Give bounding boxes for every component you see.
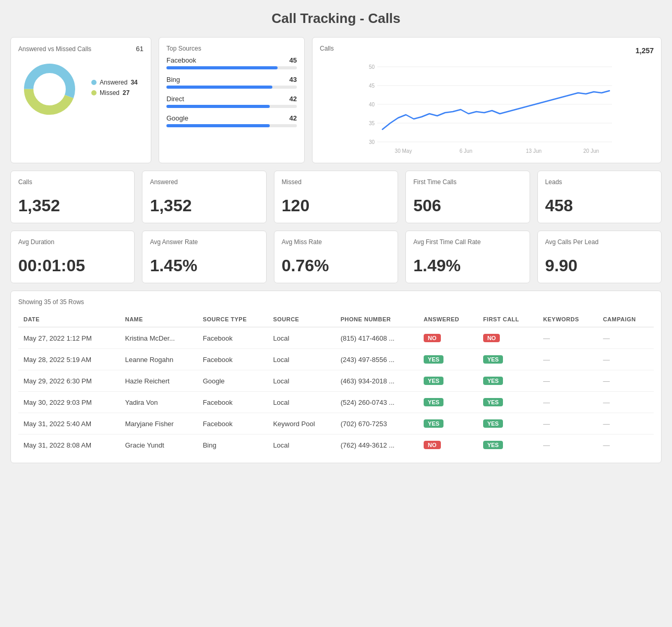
- donut-title: Answered vs Missed Calls: [18, 45, 91, 53]
- source-name: Google: [166, 114, 188, 122]
- svg-text:50: 50: [369, 64, 375, 70]
- cell-source: Local: [268, 435, 335, 456]
- svg-text:45: 45: [369, 83, 375, 89]
- cell-date: May 31, 2022 8:08 AM: [18, 435, 120, 456]
- metric-avg-miss-rate-label: Avg Miss Rate: [282, 238, 390, 246]
- metric-avg-duration-label: Avg Duration: [18, 238, 127, 246]
- cell-phone: (762) 449-3612 ...: [335, 435, 418, 456]
- source-name: Facebook: [166, 56, 196, 64]
- svg-text:40: 40: [369, 102, 375, 107]
- cell-source-type: Google: [198, 370, 268, 392]
- col-campaign: CAMPAIGN: [598, 312, 654, 327]
- sources-title: Top Sources: [166, 45, 297, 52]
- cell-answered: YES: [418, 392, 478, 413]
- metric-answered-label: Answered: [150, 178, 258, 186]
- source-value: 42: [290, 95, 297, 103]
- table-row[interactable]: May 29, 2022 6:30 PM Hazle Reichert Goog…: [18, 370, 654, 392]
- svg-text:35: 35: [369, 120, 375, 126]
- metric-avg-duration: Avg Duration 00:01:05: [10, 231, 135, 283]
- svg-text:13 Jun: 13 Jun: [526, 148, 542, 154]
- cell-phone: (243) 497-8556 ...: [335, 349, 418, 370]
- source-name: Direct: [166, 95, 184, 103]
- cell-answered: NO: [418, 435, 478, 456]
- answered-dot: [91, 80, 97, 85]
- cell-source-type: Facebook: [198, 327, 268, 349]
- cell-first-call: NO: [478, 327, 538, 349]
- cell-name: Hazle Reichert: [120, 370, 198, 392]
- table-row[interactable]: May 31, 2022 5:40 AM Maryjane Fisher Fac…: [18, 413, 654, 435]
- svg-text:30 May: 30 May: [395, 148, 412, 154]
- metric-avg-miss-rate: Avg Miss Rate 0.76%: [274, 231, 398, 283]
- cell-source: Local: [268, 370, 335, 392]
- cell-first-call: YES: [478, 370, 538, 392]
- metric-avg-calls-per-lead-label: Avg Calls Per Lead: [545, 238, 654, 246]
- metric-calls-value: 1,352: [18, 196, 127, 215]
- source-direct: Direct 42: [166, 95, 297, 108]
- metric-leads: Leads 458: [537, 171, 662, 223]
- cell-campaign: —: [598, 392, 654, 413]
- metric-first-time-calls: First Time Calls 506: [405, 171, 530, 223]
- cell-keywords: —: [538, 413, 598, 435]
- metric-avg-miss-rate-value: 0.76%: [282, 256, 390, 275]
- cell-campaign: —: [598, 435, 654, 456]
- calls-table-card: Showing 35 of 35 Rows DATE NAME SOURCE T…: [10, 291, 662, 463]
- source-value: 45: [290, 56, 297, 64]
- missed-count: 27: [123, 89, 129, 97]
- table-row[interactable]: May 28, 2022 5:19 AM Leanne Rogahn Faceb…: [18, 349, 654, 370]
- metric-answered: Answered 1,352: [142, 171, 266, 223]
- col-date: DATE: [18, 312, 120, 327]
- donut-legend: Answered 34 Missed 27: [91, 79, 138, 100]
- metric-avg-first-time-call-rate-label: Avg First Time Call Rate: [413, 238, 522, 246]
- metric-avg-first-time-call-rate-value: 1.49%: [413, 256, 522, 275]
- col-source-type: SOURCE TYPE: [198, 312, 268, 327]
- cell-phone: (463) 934-2018 ...: [335, 370, 418, 392]
- calls-line-chart-card: Calls 1,257 50 45 40 35 30 30 Ma: [312, 37, 662, 163]
- cell-source-type: Bing: [198, 435, 268, 456]
- cell-answered: YES: [418, 413, 478, 435]
- cell-answered: NO: [418, 327, 478, 349]
- sources-list: Facebook 45 Bing 43 Direct: [166, 56, 297, 127]
- metric-first-time-calls-value: 506: [413, 196, 522, 215]
- cell-source-type: Facebook: [198, 349, 268, 370]
- cell-source: Keyword Pool: [268, 413, 335, 435]
- table-row[interactable]: May 27, 2022 1:12 PM Kristina McDer... F…: [18, 327, 654, 349]
- source-name: Bing: [166, 76, 180, 83]
- metrics-row-2: Avg Duration 00:01:05 Avg Answer Rate 1.…: [10, 231, 662, 283]
- metric-calls: Calls 1,352: [10, 171, 135, 223]
- cell-keywords: —: [538, 370, 598, 392]
- cell-source-type: Facebook: [198, 413, 268, 435]
- answered-count: 34: [130, 79, 137, 86]
- cell-name: Kristina McDer...: [120, 327, 198, 349]
- col-phone: PHONE NUMBER: [335, 312, 418, 327]
- svg-text:20 Jun: 20 Jun: [583, 148, 599, 154]
- table-row[interactable]: May 30, 2022 9:03 PM Yadira Von Facebook…: [18, 392, 654, 413]
- cell-date: May 28, 2022 5:19 AM: [18, 349, 120, 370]
- cell-keywords: —: [538, 327, 598, 349]
- cell-campaign: —: [598, 413, 654, 435]
- source-google: Google 42: [166, 114, 297, 127]
- table-header-row: DATE NAME SOURCE TYPE SOURCE PHONE NUMBE…: [18, 312, 654, 327]
- cell-phone: (815) 417-4608 ...: [335, 327, 418, 349]
- metric-avg-first-time-call-rate: Avg First Time Call Rate 1.49%: [405, 231, 530, 283]
- cell-source: Local: [268, 349, 335, 370]
- cell-first-call: YES: [478, 413, 538, 435]
- metric-avg-duration-value: 00:01:05: [18, 256, 127, 275]
- cell-first-call: YES: [478, 392, 538, 413]
- cell-date: May 27, 2022 1:12 PM: [18, 327, 120, 349]
- source-bing: Bing 43: [166, 76, 297, 89]
- metric-missed-label: Missed: [282, 178, 390, 186]
- cell-source: Local: [268, 327, 335, 349]
- cell-campaign: —: [598, 370, 654, 392]
- metric-avg-calls-per-lead: Avg Calls Per Lead 9.90: [537, 231, 662, 283]
- cell-campaign: —: [598, 349, 654, 370]
- page-title: Call Tracking - Calls: [10, 10, 662, 27]
- col-first-call: FIRST CALL: [478, 312, 538, 327]
- metrics-row-1: Calls 1,352 Answered 1,352 Missed 120 Fi…: [10, 171, 662, 223]
- missed-label: Missed: [100, 89, 119, 97]
- top-sources-card: Top Sources Facebook 45 Bing 43: [159, 37, 305, 163]
- line-chart-svg: 50 45 40 35 30 30 May 6 Jun 13 Jun 20 Ju…: [320, 62, 654, 155]
- cell-source-type: Facebook: [198, 392, 268, 413]
- cell-source: Local: [268, 392, 335, 413]
- table-row[interactable]: May 31, 2022 8:08 AM Gracie Yundt Bing L…: [18, 435, 654, 456]
- metric-answered-value: 1,352: [150, 196, 258, 215]
